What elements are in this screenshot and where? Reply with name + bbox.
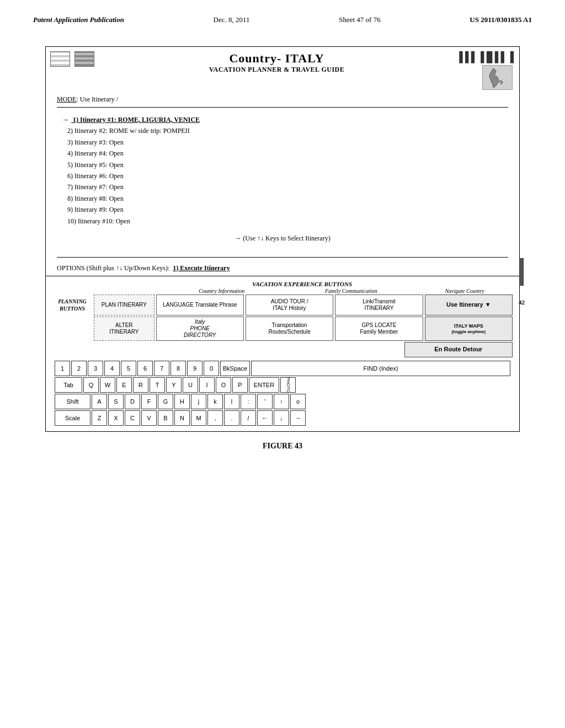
nav-hint: → (Use ↑↓ Keys to Select Itinerary) bbox=[46, 229, 519, 245]
key-s[interactable]: S bbox=[108, 394, 124, 409]
key-d[interactable]: D bbox=[125, 394, 140, 409]
key-3[interactable]: 3 bbox=[88, 361, 103, 376]
key-right[interactable]: → bbox=[290, 410, 306, 426]
itinerary-item-1[interactable]: → 1) Itinerary #1: ROME, LIGURIA, VENICE bbox=[62, 114, 508, 125]
key-7[interactable]: 7 bbox=[154, 361, 169, 376]
key-p[interactable]: P bbox=[232, 377, 248, 393]
publication-date: Dec. 8, 2011 bbox=[214, 15, 250, 24]
gps-locate-button[interactable]: GPS LOCATEFamily Member bbox=[335, 317, 423, 341]
key-colon[interactable]: : bbox=[241, 394, 256, 409]
key-z[interactable]: Z bbox=[92, 410, 107, 426]
key-m[interactable]: M bbox=[191, 410, 206, 426]
key-x[interactable]: X bbox=[108, 410, 124, 426]
kb-row-qwerty: Tab Q W E R T Y U I O P ENTER PHOTO bbox=[55, 377, 510, 393]
options-label: OPTIONS (Shift plus ↑↓ Up/Down Keys): bbox=[57, 264, 169, 272]
patent-number: US 2011/0301835 A1 bbox=[470, 15, 532, 24]
language-button[interactable]: LANGUAGE Translate Phrase bbox=[156, 295, 244, 315]
alter-itinerary-button[interactable]: ALTERITINERARY bbox=[94, 317, 154, 341]
flag-icon-2 bbox=[74, 51, 94, 67]
country-info-label: Country Information bbox=[158, 288, 286, 294]
flag-icon-1 bbox=[50, 51, 70, 67]
key-i[interactable]: I bbox=[199, 377, 215, 393]
itinerary-item-4[interactable]: 4) Itinerary #4: Open bbox=[62, 148, 508, 159]
key-a[interactable]: A bbox=[92, 394, 107, 409]
itinerary-item-2[interactable]: 2) Itinerary #2: ROME w/ side trip: POMP… bbox=[62, 125, 508, 136]
key-w[interactable]: W bbox=[100, 377, 115, 393]
country-title: Country- ITALY bbox=[94, 51, 459, 66]
key-tab[interactable]: Tab bbox=[55, 377, 82, 393]
key-f[interactable]: F bbox=[141, 394, 157, 409]
country-title-area: Country- ITALY VACATION PLANNER & TRAVEL… bbox=[94, 51, 459, 74]
italy-maps-button[interactable]: ITALY MAPS(toggle anytime) bbox=[425, 317, 513, 341]
family-comm-label: Family Communication bbox=[287, 288, 415, 294]
key-quote[interactable]: ' bbox=[257, 394, 273, 409]
key-find[interactable]: FIND (Index) bbox=[251, 361, 510, 376]
key-9[interactable]: 9 bbox=[187, 361, 202, 376]
options-line: OPTIONS (Shift plus ↑↓ Up/Down Keys): 1)… bbox=[46, 260, 519, 276]
link-transmit-button[interactable]: Link/TransmitITINERARY bbox=[335, 295, 423, 315]
key-u[interactable]: U bbox=[183, 377, 198, 393]
key-left[interactable]: ← bbox=[257, 410, 273, 426]
audio-tour-button[interactable]: AUDIO TOUR /ITALY History bbox=[246, 295, 333, 315]
spacer-left-col bbox=[92, 288, 156, 294]
key-y[interactable]: Y bbox=[166, 377, 182, 393]
mode-line: MODE: Use Itinerary / bbox=[46, 92, 519, 105]
key-0[interactable]: 0 bbox=[204, 361, 219, 376]
options-action: 1) Execute Itinerary bbox=[173, 264, 230, 272]
key-b[interactable]: B bbox=[158, 410, 173, 426]
key-k[interactable]: k bbox=[207, 394, 223, 409]
key-shift[interactable]: Shift bbox=[55, 394, 90, 409]
itinerary-item-8[interactable]: 8) Itinerary #8: Open bbox=[62, 193, 508, 204]
key-period[interactable]: . bbox=[224, 410, 239, 426]
key-scale[interactable]: Scale bbox=[55, 410, 90, 426]
key-6[interactable]: 6 bbox=[137, 361, 153, 376]
figure-box: Country- ITALY VACATION PLANNER & TRAVEL… bbox=[45, 46, 520, 432]
key-1[interactable]: 1 bbox=[55, 361, 70, 376]
en-route-button[interactable]: En Route Detour bbox=[404, 342, 513, 357]
key-slash[interactable]: / bbox=[241, 410, 256, 426]
veb-title: VACATION EXPERIENCE BUTTONS bbox=[92, 281, 513, 287]
key-e[interactable]: E bbox=[116, 377, 132, 393]
itinerary-item-6[interactable]: 6) Itinerary #6: Open bbox=[62, 170, 508, 181]
itinerary-item-5[interactable]: 5) Itinerary #5: Open bbox=[62, 159, 508, 170]
figure-top: Country- ITALY VACATION PLANNER & TRAVEL… bbox=[46, 47, 519, 92]
key-enter[interactable]: ENTER bbox=[249, 377, 279, 393]
key-backspace[interactable]: BkSpace bbox=[220, 361, 250, 376]
key-5[interactable]: 5 bbox=[121, 361, 136, 376]
kb-row-asdf: Shift A S D F G H j k l : ' ↑ o bbox=[55, 394, 510, 409]
key-l[interactable]: l bbox=[224, 394, 239, 409]
key-g[interactable]: G bbox=[158, 394, 173, 409]
key-v[interactable]: V bbox=[141, 410, 157, 426]
plan-itinerary-button[interactable]: PLAN ITINERARY bbox=[94, 295, 154, 315]
key-r[interactable]: R bbox=[133, 377, 148, 393]
itinerary-item-3[interactable]: 3) Itinerary #3: Open bbox=[62, 137, 508, 148]
key-photo[interactable]: PHOTO bbox=[280, 377, 296, 393]
key-o2[interactable]: o bbox=[290, 394, 306, 409]
itinerary-item-9[interactable]: 9) Itinerary #9: Open bbox=[62, 204, 508, 215]
transportation-button[interactable]: TransportationRoutes/Schedule bbox=[246, 317, 333, 341]
use-itinerary-button[interactable]: Use Itinerary ▼ bbox=[425, 295, 513, 315]
key-8[interactable]: 8 bbox=[170, 361, 186, 376]
key-up[interactable]: ↑ bbox=[274, 394, 289, 409]
scroll-indicator[interactable] bbox=[519, 258, 524, 286]
key-t[interactable]: T bbox=[150, 377, 165, 393]
key-comma[interactable]: , bbox=[207, 410, 223, 426]
key-q[interactable]: Q bbox=[83, 377, 99, 393]
key-n[interactable]: N bbox=[174, 410, 190, 426]
key-j[interactable]: j bbox=[191, 394, 206, 409]
planning-buttons-label: PLANNINGBUTTONS bbox=[52, 295, 92, 315]
itinerary-item-10[interactable]: 10) Itinerary #10: Open bbox=[62, 216, 508, 227]
key-down[interactable]: ↓ bbox=[274, 410, 289, 426]
figure-label: FIGURE 43 bbox=[0, 432, 565, 456]
italy-phone-button[interactable]: Italy PHONEDIRECTORY bbox=[156, 317, 244, 341]
btn-row-1: PLANNINGBUTTONS PLAN ITINERARY LANGUAGE … bbox=[50, 295, 515, 315]
key-o[interactable]: O bbox=[216, 377, 231, 393]
key-2[interactable]: 2 bbox=[71, 361, 87, 376]
spacer-planning bbox=[52, 317, 92, 341]
btn-row-1b: ALTERITINERARY Italy PHONEDIRECTORY Tran… bbox=[50, 317, 515, 341]
key-4[interactable]: 4 bbox=[104, 361, 120, 376]
key-c[interactable]: C bbox=[125, 410, 140, 426]
itinerary-item-7[interactable]: 7) Itinerary #7: Open bbox=[62, 181, 508, 192]
key-h[interactable]: H bbox=[174, 394, 190, 409]
main-content: Country- ITALY VACATION PLANNER & TRAVEL… bbox=[0, 30, 565, 432]
